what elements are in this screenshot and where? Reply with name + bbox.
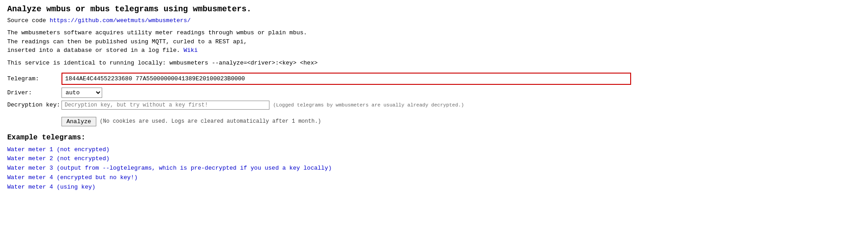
example-link-2[interactable]: Water meter 2 (not encrypted) [7,154,861,164]
analyze-button[interactable]: Analyze [61,117,96,126]
decryption-input[interactable] [61,101,269,110]
desc-line2: The readings can then be published using… [7,38,247,45]
source-url-link[interactable]: https://github.com/weetmuts/wmbusmeters/ [50,17,191,24]
description: The wmbusmeters software acquires utilit… [7,28,861,55]
example-link-4[interactable]: Water meter 4 (encrypted but no key!) [7,173,861,183]
telegram-row: Telegram: [7,73,861,85]
example-link-1[interactable]: Water meter 1 (not encrypted) [7,145,861,155]
telegram-label: Telegram: [7,75,61,82]
decryption-label: Decryption key: [7,102,61,108]
examples-list: Water meter 1 (not encrypted)Water meter… [7,145,861,192]
decryption-row: Decryption key: (Logged telegrams by wmb… [7,101,861,110]
telegram-input[interactable] [61,73,631,85]
desc-line1: The wmbusmeters software acquires utilit… [7,29,307,36]
examples-title: Example telegrams: [7,134,861,142]
driver-label: Driver: [7,89,61,96]
example-link-5[interactable]: Water meter 4 (using key) [7,183,861,192]
source-line: Source code https://github.com/weetmuts/… [7,17,861,24]
desc-line3: inserted into a database or stored in a … [7,47,180,54]
decryption-note: (Logged telegrams by wmbusmeters are usu… [273,102,464,108]
driver-select[interactable]: auto wmbus mbus [61,88,102,98]
service-note: This service is identical to running loc… [7,60,861,66]
form-section: Telegram: Driver: auto wmbus mbus Decryp… [7,73,861,110]
driver-row: Driver: auto wmbus mbus [7,88,861,98]
source-label: Source code [7,17,46,24]
page-title: Analyze wmbus or mbus telegrams using wm… [7,5,861,14]
analyze-note: (No cookies are used. Logs are cleared a… [100,118,321,125]
analyze-row: Analyze (No cookies are used. Logs are c… [61,117,861,126]
example-link-3[interactable]: Water meter 3 (output from --logtelegram… [7,164,861,173]
examples-section: Example telegrams: Water meter 1 (not en… [7,134,861,192]
wiki-link[interactable]: Wiki [184,47,198,54]
